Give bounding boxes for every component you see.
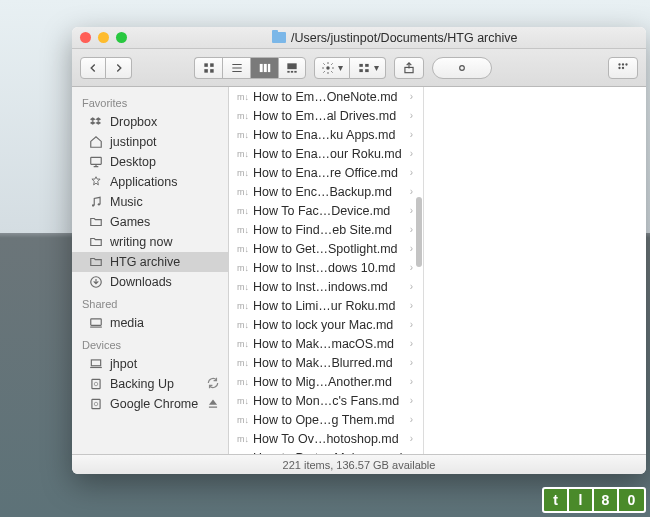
sidebar-item-htg-archive[interactable]: HTG archive — [72, 252, 228, 272]
chevron-right-icon: › — [410, 357, 413, 368]
chevron-right-icon: › — [410, 186, 413, 197]
back-button[interactable] — [80, 57, 106, 79]
sidebar-item-music[interactable]: Music — [72, 192, 228, 212]
chevron-right-icon: › — [410, 129, 413, 140]
sidebar-item-downloads[interactable]: Downloads — [72, 272, 228, 292]
file-name: How to Em…al Drives.md — [253, 109, 396, 123]
file-row[interactable]: m↓How to Find…eb Site.md› — [229, 220, 423, 239]
file-row[interactable]: m↓How to Em…al Drives.md› — [229, 106, 423, 125]
file-row[interactable]: m↓How to lock your Mac.md› — [229, 315, 423, 334]
file-row[interactable]: m↓How to Em…OneNote.md› — [229, 87, 423, 106]
scrollbar-thumb[interactable] — [416, 197, 422, 267]
chevron-right-icon: › — [410, 262, 413, 273]
file-row[interactable]: m↓How to Ope…g Them.md› — [229, 410, 423, 429]
eject-icon[interactable] — [206, 396, 220, 413]
file-icon: m↓ — [237, 301, 247, 311]
finder-window: /Users/justinpot/Documents/HTG archive ▾… — [72, 27, 646, 474]
minimize-button[interactable] — [98, 32, 109, 43]
file-name: How to Mon…c's Fans.md — [253, 394, 399, 408]
svg-point-19 — [622, 63, 624, 65]
file-row[interactable]: m↓How To Fac…Device.md› — [229, 201, 423, 220]
folder-icon — [88, 235, 103, 250]
svg-point-21 — [618, 66, 620, 68]
view-mode-segment — [194, 57, 306, 79]
file-row[interactable]: m↓How to Ena…our Roku.md› — [229, 144, 423, 163]
svg-rect-10 — [295, 70, 297, 72]
file-icon: m↓ — [237, 358, 247, 368]
file-row[interactable]: m↓How to Enc…Backup.md› — [229, 182, 423, 201]
view-list-button[interactable] — [222, 57, 250, 79]
file-row[interactable]: m↓How To Ov…hotoshop.md› — [229, 429, 423, 448]
sidebar-header-favorites: Favorites — [72, 91, 228, 112]
downloads-icon — [88, 275, 103, 290]
sidebar-item-applications[interactable]: Applications — [72, 172, 228, 192]
svg-rect-1 — [210, 63, 214, 67]
sidebar-item-google-chrome[interactable]: Google Chrome — [72, 394, 228, 414]
file-name: How to Get…Spotlight.md — [253, 242, 398, 256]
file-row[interactable]: m↓How to Limi…ur Roku.md› — [229, 296, 423, 315]
sidebar-item-writing-now[interactable]: writing now — [72, 232, 228, 252]
forward-button[interactable] — [106, 57, 132, 79]
svg-rect-8 — [288, 70, 290, 72]
sidebar-item-dropbox[interactable]: Dropbox — [72, 112, 228, 132]
file-icon: m↓ — [237, 111, 247, 121]
sidebar-item-label: Applications — [110, 175, 177, 189]
chevron-right-icon: › — [410, 110, 413, 121]
zoom-button[interactable] — [116, 32, 127, 43]
chevron-right-icon: › — [410, 319, 413, 330]
file-row[interactable]: m↓How to Prot… Malware.md› — [229, 448, 423, 454]
sidebar-item-games[interactable]: Games — [72, 212, 228, 232]
view-columns-button[interactable] — [250, 57, 278, 79]
file-name: How to Mak…macOS.md — [253, 337, 394, 351]
sidebar-item-desktop[interactable]: Desktop — [72, 152, 228, 172]
svg-rect-4 — [259, 63, 262, 71]
title-path-text: /Users/justinpot/Documents/HTG archive — [291, 31, 517, 45]
view-gallery-button[interactable] — [278, 57, 306, 79]
share-button[interactable] — [394, 57, 424, 79]
svg-rect-27 — [90, 319, 101, 325]
sidebar-item-media[interactable]: media — [72, 313, 228, 333]
sidebar-item-jhpot[interactable]: jhpot — [72, 354, 228, 374]
file-row[interactable]: m↓How to Get…Spotlight.md› — [229, 239, 423, 258]
file-row[interactable]: m↓How to Mon…c's Fans.md› — [229, 391, 423, 410]
chevron-right-icon: › — [410, 224, 413, 235]
sidebar[interactable]: Favorites DropboxjustinpotDesktopApplica… — [72, 87, 229, 454]
file-icon: m↓ — [237, 149, 247, 159]
more-button[interactable] — [608, 57, 638, 79]
tags-pill-button[interactable] — [432, 57, 492, 79]
status-bar: 221 items, 136.57 GB available — [72, 454, 646, 474]
file-row[interactable]: m↓How to Mig…Another.md› — [229, 372, 423, 391]
action-menu-button[interactable]: ▾ — [314, 57, 350, 79]
close-button[interactable] — [80, 32, 91, 43]
file-column[interactable]: m↓How to Em…OneNote.md›m↓How to Em…al Dr… — [229, 87, 424, 454]
file-row[interactable]: m↓How to Mak…macOS.md› — [229, 334, 423, 353]
svg-rect-0 — [204, 63, 208, 67]
disk-icon — [88, 377, 103, 392]
arrange-menu-button[interactable]: ▾ — [350, 57, 386, 79]
window-title: /Users/justinpot/Documents/HTG archive — [272, 31, 517, 45]
chevron-right-icon: › — [410, 300, 413, 311]
sidebar-item-justinpot[interactable]: justinpot — [72, 132, 228, 152]
file-row[interactable]: m↓How to Mak…Blurred.md› — [229, 353, 423, 372]
chevron-right-icon: › — [410, 167, 413, 178]
file-name: How to Mig…Another.md — [253, 375, 392, 389]
home-icon — [88, 135, 103, 150]
svg-rect-6 — [268, 63, 270, 71]
svg-point-18 — [618, 63, 620, 65]
file-name: How To Fac…Device.md — [253, 204, 390, 218]
file-row[interactable]: m↓How to Ena…re Office.md› — [229, 163, 423, 182]
chevron-right-icon: › — [410, 376, 413, 387]
chevron-right-icon: › — [410, 395, 413, 406]
file-row[interactable]: m↓How to Ena…ku Apps.md› — [229, 125, 423, 144]
file-name: How to Enc…Backup.md — [253, 185, 392, 199]
sidebar-item-label: Backing Up — [110, 377, 174, 391]
sidebar-item-label: media — [110, 316, 144, 330]
titlebar[interactable]: /Users/justinpot/Documents/HTG archive — [72, 27, 646, 49]
file-icon: m↓ — [237, 434, 247, 444]
file-row[interactable]: m↓How to Inst…indows.md› — [229, 277, 423, 296]
sidebar-item-backing-up[interactable]: Backing Up — [72, 374, 228, 394]
chevron-right-icon: › — [410, 338, 413, 349]
file-row[interactable]: m↓How to Inst…dows 10.md› — [229, 258, 423, 277]
empty-column — [424, 87, 646, 454]
view-icons-button[interactable] — [194, 57, 222, 79]
